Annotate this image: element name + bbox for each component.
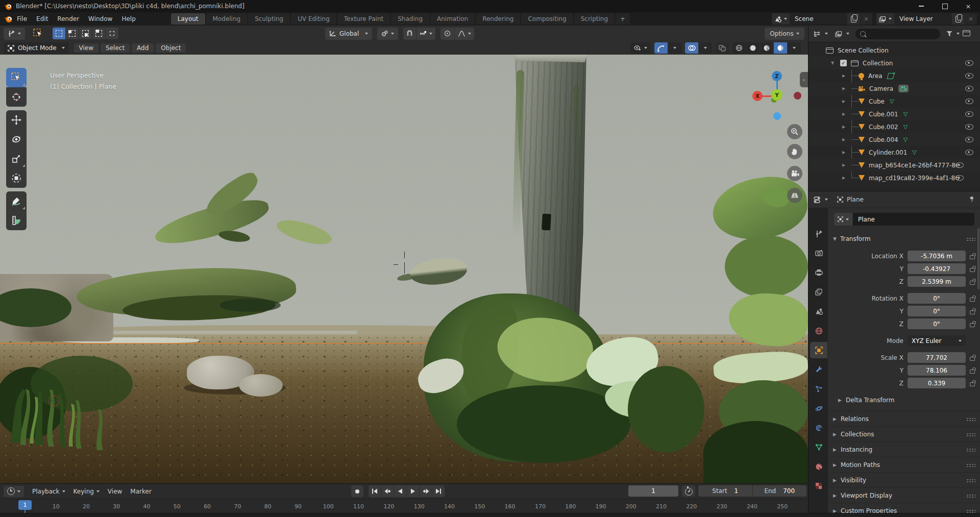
tab-render[interactable] [810,245,827,261]
outliner-search-input[interactable] [855,29,940,39]
collapse-icon[interactable]: ▼ [831,61,834,65]
end-frame-field[interactable]: End700 [753,485,807,497]
shading-rendered-button[interactable] [774,42,787,54]
expand-icon[interactable]: ▶ [842,137,845,142]
scale-x-field[interactable]: 77.702 [908,352,966,363]
workspace-tab[interactable]: Modeling [206,13,248,24]
transform-orientation-dropdown[interactable]: Global [325,28,372,40]
timeline-editor-button[interactable] [4,486,24,497]
shading-dropdown[interactable] [788,42,801,54]
tab-texture[interactable] [810,478,827,494]
panel-motion-paths[interactable]: ▶ Motion Paths [828,457,980,473]
panel-visibility[interactable]: ▶ Visibility [828,472,980,488]
hide-eye-icon[interactable] [965,99,973,104]
outliner-filter-button[interactable] [944,30,962,38]
viewport-menu-item[interactable]: Object [156,43,186,53]
workspace-tab[interactable]: Shading [391,13,429,24]
tool-measure-button[interactable] [6,211,27,230]
location-z-field[interactable]: 2.5399 m [908,276,966,287]
object-name-field[interactable]: Plane [853,213,974,226]
hide-eye-icon[interactable] [955,162,964,168]
lock-icon[interactable] [970,380,975,386]
tab-modifiers[interactable] [810,361,827,378]
workspace-tab[interactable]: Sculpting [248,13,290,24]
camera-view-button[interactable] [787,166,802,181]
show-overlays-toggle[interactable] [685,42,698,54]
proportional-falloff-dropdown[interactable] [455,28,474,40]
expand-icon[interactable]: ▶ [842,163,845,167]
drag-grip-icon[interactable] [966,448,975,452]
ortho-toggle-button[interactable] [787,188,802,203]
playhead[interactable]: 1 [18,500,32,510]
select-mode-invert-button[interactable] [92,28,105,39]
select-mode-intersect-button[interactable] [106,28,118,39]
lock-icon[interactable] [970,266,975,272]
viewport-3d[interactable]: User Perspective (1) Collection | Plane [0,55,808,483]
tool-move-button[interactable] [6,110,27,130]
next-keyframe-button[interactable] [420,485,432,497]
expand-icon[interactable]: ▶ [842,150,845,155]
panel-collections[interactable]: ▶ Collections [828,426,980,442]
active-tool-icon[interactable] [31,27,45,41]
outliner-editor-button[interactable] [812,29,830,39]
outliner-row-collection[interactable]: ▼ ✓ Collection [808,57,980,69]
outliner-row-object[interactable]: ▶ Camera [808,82,980,95]
tab-object[interactable] [810,342,827,358]
select-mode-new-button[interactable] [53,28,65,39]
menu-item[interactable]: Window [84,14,117,24]
current-frame-field[interactable]: 1 [628,485,678,497]
workspace-tab[interactable]: Animation [430,13,475,24]
drag-grip-icon[interactable] [966,463,975,467]
xray-toggle[interactable] [716,42,729,54]
axis-y-ball[interactable]: Y [771,89,782,101]
location-x-field[interactable]: -5.7036 m [908,251,966,261]
overlays-dropdown[interactable] [699,42,712,54]
expand-icon[interactable]: ▶ [842,112,845,116]
panel-viewport-display[interactable]: ▶ Viewport Display [828,487,980,503]
blender-menu-icon[interactable] [4,15,12,23]
drag-grip-icon[interactable] [966,433,975,436]
tab-physics[interactable] [810,400,827,416]
tool-rotate-button[interactable] [6,130,27,149]
panel-instancing[interactable]: ▶ Instancing [828,441,980,457]
view-layer-remove-button[interactable]: × [965,13,977,24]
show-gizmo-toggle[interactable] [654,42,668,54]
tab-world[interactable] [810,323,827,339]
gizmo-dropdown[interactable] [668,42,681,54]
new-collection-button[interactable] [963,30,970,38]
drag-grip-icon[interactable] [966,479,975,482]
rotation-x-field[interactable]: 0° [908,293,966,304]
tab-output[interactable] [810,264,827,281]
hide-eye-icon[interactable] [965,86,973,91]
scene-unlink-button[interactable]: × [860,13,872,24]
proportional-edit-toggle[interactable] [440,28,454,40]
tab-scene[interactable] [810,303,827,319]
axis-x-neg-ball[interactable] [794,92,801,100]
menu-item[interactable]: File [12,14,32,24]
scene-name[interactable]: Scene [790,15,847,22]
scale-y-field[interactable]: 78.106 [908,365,966,376]
lock-icon[interactable] [970,308,975,314]
close-button[interactable]: × [957,0,980,12]
hide-eye-icon[interactable] [965,60,973,66]
tab-view-layer[interactable] [810,284,827,300]
shading-material-button[interactable] [760,42,773,54]
scale-z-field[interactable]: 0.339 [908,378,966,388]
view-menu[interactable]: View [104,486,126,497]
play-reverse-button[interactable] [394,485,406,497]
outliner-row-object[interactable]: ▶ Cube ▽ [808,95,980,108]
workspace-tab[interactable]: Rendering [476,13,520,24]
shading-solid-button[interactable] [746,42,760,54]
hide-eye-icon[interactable] [965,124,973,130]
workspace-tab[interactable]: Scripting [574,13,615,24]
outliner-row-object[interactable]: ▶ map_b654ce1e-26bf-4777-8ea [808,159,980,171]
prev-keyframe-button[interactable] [381,485,394,497]
select-mode-extend-button[interactable] [66,28,79,39]
expand-icon[interactable]: ▶ [842,86,845,91]
hide-eye-icon[interactable] [965,73,973,79]
pan-button[interactable] [787,144,802,159]
transform-panel-header[interactable]: ▼ Transform [828,232,980,245]
properties-editor-button[interactable] [812,195,830,205]
lock-icon[interactable] [970,321,975,327]
mode-dropdown[interactable]: Object Mode [4,42,69,54]
